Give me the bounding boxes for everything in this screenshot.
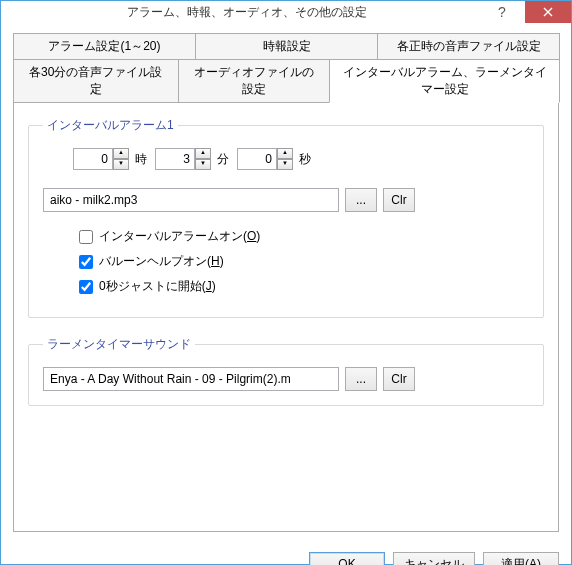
tab-container: アラーム設定(1～20) 時報設定 各正時の音声ファイル設定 各30分の音声ファ… [13,33,559,532]
close-icon [543,7,553,17]
tab-hourly-sound-files[interactable]: 各正時の音声ファイル設定 [377,33,560,60]
tab-30min-sound-files[interactable]: 各30分の音声ファイル設定 [13,59,179,103]
seconds-input[interactable] [237,148,277,170]
close-button[interactable] [525,1,571,23]
check-group: インターバルアラームオン(O) バルーンヘルプオン(H) 0秒ジャストに開始(J… [79,228,529,295]
check-start-at-zero[interactable]: 0秒ジャストに開始(J) [79,278,529,295]
hours-spinner[interactable]: ▲ ▼ [73,148,129,170]
minutes-spinner[interactable]: ▲ ▼ [155,148,211,170]
check-interval-alarm-on[interactable]: インターバルアラームオン(O) [79,228,529,245]
alarm-file-row: ... Clr [43,188,529,212]
ramen-file-clear-button[interactable]: Clr [383,367,415,391]
tab-hourly-settings[interactable]: 時報設定 [195,33,378,60]
dialog-buttons: OK キャンセル 適用(A) [1,542,571,565]
seconds-spinner[interactable]: ▲ ▼ [237,148,293,170]
tab-row-1: アラーム設定(1～20) 時報設定 各正時の音声ファイル設定 [13,33,559,59]
unit-seconds: 秒 [299,151,311,168]
check-label: 0秒ジャストに開始(J) [99,278,216,295]
alarm-file-browse-button[interactable]: ... [345,188,377,212]
check-start-at-zero-box[interactable] [79,280,93,294]
tab-row-2: 各30分の音声ファイル設定 オーディオファイルの設定 インターバルアラーム、ラー… [13,59,559,102]
minutes-up[interactable]: ▲ [195,148,211,159]
ramen-file-row: ... Clr [43,367,529,391]
minutes-down[interactable]: ▼ [195,159,211,170]
minutes-input[interactable] [155,148,195,170]
legend-interval-alarm-1: インターバルアラーム1 [43,117,178,134]
hours-up[interactable]: ▲ [113,148,129,159]
seconds-up[interactable]: ▲ [277,148,293,159]
hours-down[interactable]: ▼ [113,159,129,170]
window-title: アラーム、時報、オーディオ、その他の設定 [15,4,479,21]
check-label: インターバルアラームオン(O) [99,228,260,245]
legend-ramen-timer: ラーメンタイマーサウンド [43,336,195,353]
time-row: ▲ ▼ 時 ▲ ▼ 分 [73,148,529,170]
ramen-file-browse-button[interactable]: ... [345,367,377,391]
titlebar-buttons: ? [479,1,571,23]
hours-input[interactable] [73,148,113,170]
alarm-file-clear-button[interactable]: Clr [383,188,415,212]
ok-button[interactable]: OK [309,552,385,565]
help-button[interactable]: ? [479,1,525,23]
cancel-button[interactable]: キャンセル [393,552,475,565]
unit-minutes: 分 [217,151,229,168]
ramen-file-input[interactable] [43,367,339,391]
tab-interval-ramen[interactable]: インターバルアラーム、ラーメンタイマー設定 [329,59,560,103]
alarm-file-input[interactable] [43,188,339,212]
group-interval-alarm-1: インターバルアラーム1 ▲ ▼ 時 [28,117,544,318]
tab-alarm-settings[interactable]: アラーム設定(1～20) [13,33,196,60]
check-label: バルーンヘルプオン(H) [99,253,224,270]
check-balloon-help-on[interactable]: バルーンヘルプオン(H) [79,253,529,270]
check-interval-alarm-on-box[interactable] [79,230,93,244]
tab-panel: インターバルアラーム1 ▲ ▼ 時 [13,102,559,532]
check-balloon-help-on-box[interactable] [79,255,93,269]
titlebar: アラーム、時報、オーディオ、その他の設定 ? [1,1,571,23]
dialog-window: アラーム、時報、オーディオ、その他の設定 ? アラーム設定(1～20) 時報設定… [0,0,572,565]
apply-button[interactable]: 適用(A) [483,552,559,565]
content-area: アラーム設定(1～20) 時報設定 各正時の音声ファイル設定 各30分の音声ファ… [1,23,571,542]
tab-audio-file-settings[interactable]: オーディオファイルの設定 [178,59,331,103]
group-ramen-timer-sound: ラーメンタイマーサウンド ... Clr [28,336,544,406]
unit-hours: 時 [135,151,147,168]
seconds-down[interactable]: ▼ [277,159,293,170]
